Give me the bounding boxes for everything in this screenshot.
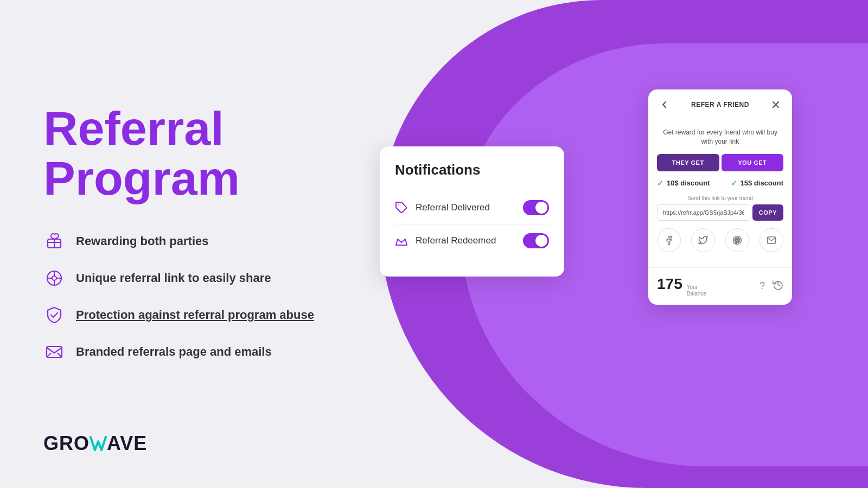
tab-they-get[interactable]: THEY GET	[657, 154, 719, 171]
refer-link-row: COPY	[657, 204, 783, 221]
title-line2: Program	[43, 151, 240, 205]
balance-label: Your Balance	[687, 284, 706, 297]
they-get-discount-text: 10$ discount	[667, 179, 710, 187]
refer-discounts: ✓ 10$ discount ✓ 15$ discount	[657, 179, 783, 188]
email-icon	[43, 341, 65, 363]
check-you-icon: ✓	[731, 179, 737, 188]
refer-tabs: THEY GET YOU GET	[657, 154, 783, 171]
refer-card-body: Get reward for every friend who will buy…	[648, 120, 792, 267]
refer-link-label: Send this link to your friend	[657, 195, 783, 201]
copy-button[interactable]: COPY	[752, 204, 783, 221]
notif-item-redeemed-left: Referral Redeemed	[395, 234, 496, 247]
facebook-share-button[interactable]	[657, 228, 681, 252]
logo-text-gro: GRO	[43, 432, 90, 455]
notifications-card: Notifications Referral Delivered Referra…	[380, 146, 564, 277]
refer-card-footer: 175 Your Balance ?	[648, 267, 792, 305]
refer-header-title: REFER A FRIEND	[691, 101, 749, 108]
history-icon[interactable]	[773, 279, 783, 293]
notifications-title: Notifications	[395, 162, 549, 178]
left-panel: Referral Program Rewarding both parties	[43, 0, 347, 488]
notif-redeemed-label: Referral Redeemed	[416, 235, 496, 246]
social-buttons	[657, 228, 783, 252]
refer-link-input[interactable]	[657, 204, 750, 221]
you-get-discount-text: 15$ discount	[741, 179, 783, 187]
help-icon[interactable]: ?	[760, 280, 765, 292]
back-button[interactable]	[657, 97, 672, 112]
feature-item-reward: Rewarding both parties	[43, 230, 347, 252]
notif-delivered-label: Referral Delivered	[416, 202, 490, 213]
feature-text-protection: Protection against referral program abus…	[76, 308, 314, 322]
svg-point-4	[52, 276, 56, 280]
tab-you-get[interactable]: YOU GET	[722, 154, 784, 171]
feature-item-branded: Branded referrals page and emails	[43, 341, 347, 363]
feature-item-protection: Protection against referral program abus…	[43, 304, 347, 326]
svg-line-11	[58, 353, 62, 357]
shield-icon	[43, 304, 65, 326]
notif-item-redeemed: Referral Redeemed	[395, 224, 549, 257]
logo-text-w	[90, 432, 107, 455]
feature-text-reward: Rewarding both parties	[76, 234, 208, 248]
pinterest-share-button[interactable]	[725, 228, 749, 252]
balance-number: 175	[657, 275, 682, 293]
tag-icon	[395, 201, 408, 214]
svg-line-10	[47, 353, 51, 357]
toggle-delivered[interactable]	[523, 200, 549, 215]
email-share-button[interactable]	[760, 228, 783, 252]
you-get-discount: ✓ 15$ discount	[731, 179, 783, 188]
refer-card: REFER A FRIEND Get reward for every frie…	[648, 89, 792, 305]
refer-link-section: Send this link to your friend COPY	[657, 195, 783, 221]
close-button[interactable]	[768, 97, 783, 112]
check-they-icon: ✓	[657, 179, 663, 188]
notif-item-delivered-left: Referral Delivered	[395, 201, 490, 214]
features-list: Rewarding both parties Unique referral l…	[43, 230, 347, 363]
footer-icons: ?	[760, 279, 783, 293]
main-title: Referral Program	[43, 104, 347, 204]
feature-text-link: Unique referral link to easily share	[76, 271, 271, 285]
refer-subtitle: Get reward for every friend who will buy…	[657, 128, 783, 146]
twitter-share-button[interactable]	[691, 228, 715, 252]
balance-section: 175 Your Balance	[657, 275, 706, 297]
reward-icon	[43, 230, 65, 252]
logo: GRO AVE	[43, 432, 147, 455]
feature-item-link: Unique referral link to easily share	[43, 267, 347, 289]
notif-item-delivered: Referral Delivered	[395, 191, 549, 224]
crown-icon	[395, 234, 408, 247]
they-get-discount: ✓ 10$ discount	[657, 179, 710, 188]
toggle-redeemed[interactable]	[523, 233, 549, 248]
title-line1: Referral	[43, 101, 224, 155]
refer-card-header: REFER A FRIEND	[648, 89, 792, 120]
link-icon	[43, 267, 65, 289]
feature-text-branded: Branded referrals page and emails	[76, 345, 272, 359]
logo-text-ave: AVE	[107, 432, 147, 455]
